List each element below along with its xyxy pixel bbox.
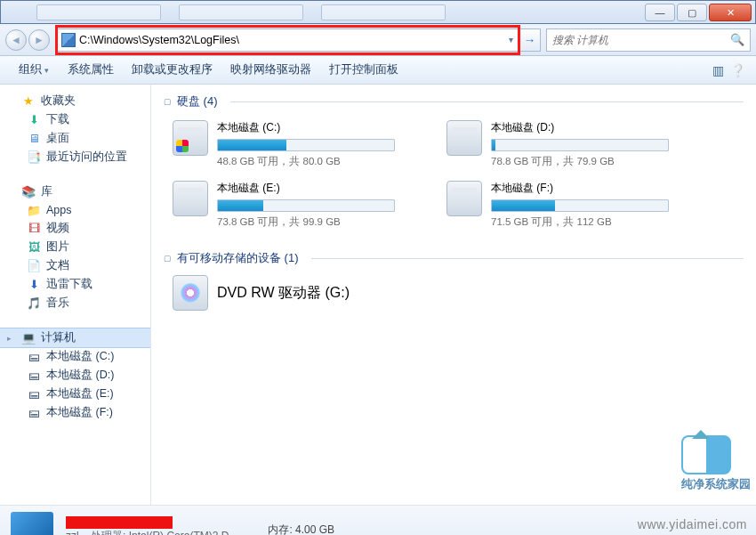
address-bar[interactable]: ▾ bbox=[57, 28, 519, 52]
computer-icon: 💻 bbox=[21, 331, 36, 345]
maximize-button[interactable]: ▢ bbox=[677, 4, 707, 21]
tree-label: 迅雷下载 bbox=[46, 277, 92, 292]
title-tabs bbox=[36, 4, 446, 20]
details-cpu-label: 处理器: bbox=[91, 530, 125, 535]
hard-drive-icon bbox=[446, 181, 482, 216]
drive-usage-bar bbox=[217, 199, 395, 212]
drive-item[interactable]: 本地磁盘 (C:)48.8 GB 可用，共 80.0 GB bbox=[173, 120, 404, 168]
address-input[interactable] bbox=[79, 30, 503, 50]
tree-drive-d[interactable]: 🖴 本地磁盘 (D:) bbox=[0, 366, 150, 385]
tree-label: 下载 bbox=[46, 112, 69, 127]
section-title: 有可移动存储的设备 (1) bbox=[177, 250, 299, 266]
tree-drive-f[interactable]: 🖴 本地磁盘 (F:) bbox=[0, 403, 150, 422]
forward-button[interactable]: ► bbox=[28, 29, 50, 51]
drive-space-text: 48.8 GB 可用，共 80.0 GB bbox=[217, 155, 395, 168]
divider bbox=[230, 101, 744, 102]
drive-name: 本地磁盘 (E:) bbox=[217, 181, 395, 196]
help-icon[interactable]: ❔ bbox=[728, 63, 747, 77]
minimize-button[interactable]: — bbox=[645, 4, 675, 21]
tree-label: 收藏夹 bbox=[41, 93, 76, 109]
library-icon: 📚 bbox=[21, 185, 36, 199]
tree-desktop[interactable]: 🖥 桌面 bbox=[0, 129, 150, 148]
organize-button[interactable]: 组织 bbox=[9, 58, 59, 82]
drive-space-text: 78.8 GB 可用，共 79.9 GB bbox=[491, 155, 669, 168]
drive-icon: 🖴 bbox=[27, 350, 41, 364]
details-mem-value: 4.00 GB bbox=[295, 523, 334, 536]
drive-icon: 🖴 bbox=[27, 387, 41, 401]
hard-drive-icon bbox=[446, 120, 482, 156]
titlebar: — ▢ ✕ bbox=[0, 0, 756, 24]
address-dropdown[interactable]: ▾ bbox=[503, 35, 519, 45]
open-control-panel-button[interactable]: 打开控制面板 bbox=[320, 59, 407, 81]
tree-label: 图片 bbox=[46, 239, 69, 255]
close-button[interactable]: ✕ bbox=[709, 4, 752, 21]
tree-label: 本地磁盘 (C:) bbox=[46, 349, 114, 364]
watermark-brand: 纯净系统家园 bbox=[681, 476, 751, 492]
title-tab[interactable] bbox=[179, 4, 303, 20]
title-tab[interactable] bbox=[36, 4, 161, 20]
tree-computer[interactable]: ▸ 💻 计算机 bbox=[0, 328, 150, 347]
video-icon: 🎞 bbox=[27, 222, 41, 236]
tree-drive-e[interactable]: 🖴 本地磁盘 (E:) bbox=[0, 385, 150, 403]
tree-label: 视频 bbox=[46, 221, 69, 236]
drive-name: 本地磁盘 (F:) bbox=[491, 181, 669, 196]
drive-dvd[interactable]: DVD RW 驱动器 (G:) bbox=[164, 270, 744, 316]
divider bbox=[311, 258, 744, 259]
hard-drive-icon bbox=[173, 120, 208, 156]
drive-item[interactable]: 本地磁盘 (D:)78.8 GB 可用，共 79.9 GB bbox=[446, 120, 678, 168]
drive-usage-bar bbox=[491, 139, 669, 151]
tree-label: 本地磁盘 (D:) bbox=[46, 368, 114, 383]
toolbar: 组织 系统属性 卸载或更改程序 映射网络驱动器 打开控制面板 ▥ ❔ bbox=[0, 56, 756, 85]
map-network-drive-button[interactable]: 映射网络驱动器 bbox=[221, 59, 320, 81]
recent-icon: 📑 bbox=[27, 150, 41, 165]
tree-recent[interactable]: 📑 最近访问的位置 bbox=[0, 148, 150, 166]
tree-favorites[interactable]: ★ 收藏夹 bbox=[0, 92, 150, 110]
computer-icon bbox=[61, 33, 76, 47]
hard-drive-icon bbox=[173, 181, 208, 216]
drive-icon: 🖴 bbox=[27, 406, 41, 420]
tree-music[interactable]: 🎵 音乐 bbox=[0, 294, 150, 312]
star-icon: ★ bbox=[21, 94, 36, 109]
redacted-bar bbox=[66, 516, 173, 529]
tree-xunlei-downloads[interactable]: ⬇ 迅雷下载 bbox=[0, 275, 150, 294]
dvd-drive-icon bbox=[173, 275, 208, 311]
tree-downloads[interactable]: ⬇ 下载 bbox=[0, 110, 150, 129]
go-button[interactable]: → bbox=[519, 28, 541, 52]
uninstall-programs-button[interactable]: 卸载或更改程序 bbox=[123, 59, 221, 81]
desktop-icon: 🖥 bbox=[27, 132, 41, 146]
section-title: 硬盘 (4) bbox=[177, 93, 218, 109]
watermark-logo: 纯净系统家园 bbox=[681, 435, 751, 492]
back-button[interactable]: ◄ bbox=[5, 29, 27, 51]
view-options-icon[interactable]: ▥ bbox=[708, 63, 728, 77]
download-icon: ⬇ bbox=[27, 278, 41, 292]
details-cpu-value: Intel(R) Core(TM)2 D... bbox=[129, 530, 238, 535]
tree-documents[interactable]: 📄 文档 bbox=[0, 256, 150, 275]
search-input[interactable] bbox=[552, 34, 730, 46]
watermark-url: www.yidaimei.com bbox=[638, 517, 747, 531]
tree-label: 本地磁盘 (F:) bbox=[46, 405, 113, 420]
navigation-bar: ◄ ► ▾ → 🔍 bbox=[0, 24, 756, 56]
tree-label: 音乐 bbox=[46, 296, 69, 311]
tree-label: 文档 bbox=[46, 258, 69, 273]
section-header-hdd[interactable]: 硬盘 (4) bbox=[164, 93, 744, 113]
tree-apps[interactable]: 📁 Apps bbox=[0, 201, 150, 219]
tree-libraries[interactable]: 📚 库 bbox=[0, 182, 150, 201]
navigation-pane[interactable]: ★ 收藏夹 ⬇ 下载 🖥 桌面 📑 最近访问的位置 📚 库 bbox=[0, 85, 151, 505]
folder-icon: 📁 bbox=[27, 203, 41, 217]
system-properties-button[interactable]: 系统属性 bbox=[59, 59, 123, 81]
tree-drive-c[interactable]: 🖴 本地磁盘 (C:) bbox=[0, 347, 150, 366]
title-tab[interactable] bbox=[321, 4, 446, 20]
tree-videos[interactable]: 🎞 视频 bbox=[0, 219, 150, 238]
search-box[interactable]: 🔍 bbox=[546, 28, 751, 52]
tree-label: 计算机 bbox=[41, 330, 76, 345]
download-icon: ⬇ bbox=[27, 113, 41, 127]
section-header-removable[interactable]: 有可移动存储的设备 (1) bbox=[164, 250, 744, 270]
content-pane[interactable]: 硬盘 (4) 本地磁盘 (C:)48.8 GB 可用，共 80.0 GB本地磁盘… bbox=[151, 85, 756, 505]
drive-item[interactable]: 本地磁盘 (E:)73.8 GB 可用，共 99.9 GB bbox=[173, 181, 404, 229]
tree-pictures[interactable]: 🖼 图片 bbox=[0, 238, 150, 256]
window-controls: — ▢ ✕ bbox=[645, 3, 755, 21]
tree-label: 本地磁盘 (E:) bbox=[46, 386, 114, 401]
search-icon: 🔍 bbox=[730, 33, 744, 46]
drive-item[interactable]: 本地磁盘 (F:)71.5 GB 可用，共 112 GB bbox=[446, 181, 678, 229]
drive-icon: 🖴 bbox=[27, 369, 41, 383]
